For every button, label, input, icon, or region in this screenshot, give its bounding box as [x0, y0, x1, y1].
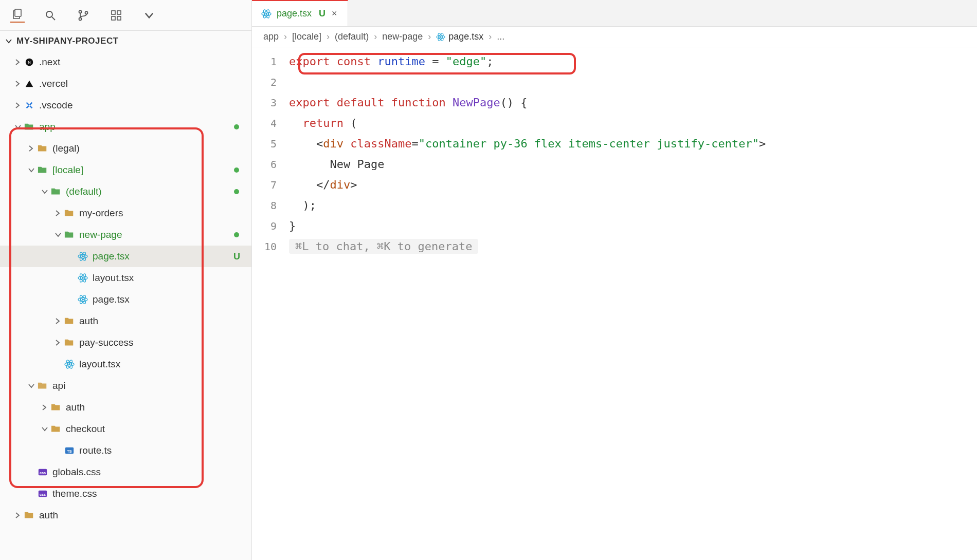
tree-item-my-orders[interactable]: my-orders [0, 202, 251, 224]
breadcrumb-item[interactable]: app [263, 31, 279, 42]
tree-item-label: route.ts [79, 445, 251, 456]
tree-item-label: [locale] [52, 164, 251, 176]
tree-item-page-tsx[interactable]: page.tsxU [0, 246, 251, 267]
code-line[interactable]: 8 ); [252, 195, 977, 216]
code-line[interactable]: 9} [252, 216, 977, 236]
code-line[interactable]: 10⌘L to chat, ⌘K to generate [252, 236, 977, 257]
chevron-right-icon [55, 318, 64, 325]
tree-item-label: (default) [66, 186, 251, 197]
code-content[interactable]: New Page [289, 154, 977, 175]
editor-tab-page-tsx[interactable]: page.tsx U × [252, 0, 348, 26]
breadcrumb-sep: › [488, 31, 492, 42]
chevron-right-icon [14, 102, 24, 109]
tree-item-label: page.tsx [93, 251, 251, 262]
tree-item-theme-css[interactable]: csstheme.css [0, 483, 251, 505]
svg-text:N: N [28, 60, 30, 65]
tree-item--default-[interactable]: (default) [0, 181, 251, 202]
vercel-icon [24, 78, 35, 89]
tree-item-layout-tsx[interactable]: layout.tsx [0, 353, 251, 375]
tree-item-new-page[interactable]: new-page [0, 224, 251, 246]
react-icon [64, 359, 75, 370]
tree-item-label: .vercel [39, 78, 251, 89]
tree-item-layout-tsx[interactable]: layout.tsx [0, 267, 251, 289]
search-icon[interactable] [43, 8, 58, 23]
svg-point-6 [79, 10, 82, 13]
git-branch-icon[interactable] [76, 8, 91, 23]
breadcrumbs[interactable]: app›[locale]›(default)›new-page› page.ts… [252, 27, 977, 47]
code-content[interactable]: ⌘L to chat, ⌘K to generate [289, 236, 977, 257]
tree-item-auth[interactable]: auth [0, 397, 251, 418]
untracked-badge: U [233, 251, 240, 262]
tree-item--vercel[interactable]: .vercel [0, 73, 251, 95]
tree-item--locale-[interactable]: [locale] [0, 159, 251, 181]
breadcrumb-item[interactable]: ... [497, 31, 504, 42]
code-content[interactable]: } [289, 216, 977, 236]
tree-item--legal-[interactable]: (legal) [0, 138, 251, 159]
editor-pane: page.tsx U × app›[locale]›(default)›new-… [252, 0, 977, 560]
chevron-right-icon [14, 59, 24, 66]
code-line[interactable]: 7 </div> [252, 175, 977, 195]
tree-item-label: my-orders [79, 208, 251, 219]
line-number: 5 [252, 134, 289, 154]
chevron-right-icon [14, 512, 24, 519]
folder-icon [37, 143, 48, 154]
svg-rect-4 [15, 9, 21, 16]
tree-item-app[interactable]: app [0, 116, 251, 138]
close-icon[interactable]: × [331, 8, 338, 19]
project-header[interactable]: MY-SHIPANY-PROJECT [0, 31, 251, 51]
files-icon[interactable] [10, 8, 25, 23]
tree-item-page-tsx[interactable]: page.tsx [0, 289, 251, 310]
inline-hint: ⌘L to chat, ⌘K to generate [289, 239, 478, 254]
code-line[interactable]: 3export default function NewPage() { [252, 92, 977, 113]
ts-icon: TS [64, 445, 75, 456]
code-content[interactable]: export const runtime = "edge"; [289, 51, 977, 72]
css-icon: css [37, 488, 48, 499]
tree-item-auth[interactable]: auth [0, 310, 251, 332]
chevron-down-icon [55, 231, 64, 238]
line-number: 6 [252, 154, 289, 175]
tree-item-label: .vscode [39, 100, 251, 111]
tree-item-auth[interactable]: auth [0, 505, 251, 526]
breadcrumb-item[interactable]: (default) [335, 31, 369, 42]
line-number: 3 [252, 92, 289, 113]
code-line[interactable]: 6 New Page [252, 154, 977, 175]
tree-item-label: (legal) [52, 143, 251, 154]
react-icon [436, 32, 445, 42]
chevron-down-icon[interactable] [142, 8, 156, 23]
code-line[interactable]: 4 return ( [252, 113, 977, 134]
code-content[interactable]: ); [289, 195, 977, 216]
breadcrumb-item[interactable]: [locale] [292, 31, 321, 42]
code-content[interactable]: return ( [289, 113, 977, 134]
code-line[interactable]: 5 <div className="container py-36 flex i… [252, 134, 977, 154]
react-icon [261, 9, 272, 19]
code-editor[interactable]: 1export const runtime = "edge";23export … [252, 47, 977, 560]
code-line[interactable]: 1export const runtime = "edge"; [252, 51, 977, 72]
tree-item--vscode[interactable]: .vscode [0, 95, 251, 116]
breadcrumb-item[interactable]: new-page [382, 31, 423, 42]
breadcrumb-sep: › [374, 31, 377, 42]
svg-text:TS: TS [67, 449, 71, 454]
chevron-down-icon [41, 425, 50, 433]
code-content[interactable]: </div> [289, 175, 977, 195]
tree-item--next[interactable]: N.next [0, 51, 251, 73]
tree-item-api[interactable]: api [0, 375, 251, 397]
code-content[interactable]: export default function NewPage() { [289, 92, 977, 113]
tree-item-label: pay-success [79, 337, 251, 348]
tree-item-label: layout.tsx [93, 272, 251, 284]
extensions-icon[interactable] [109, 8, 123, 23]
tree-item-pay-success[interactable]: pay-success [0, 332, 251, 353]
breadcrumb-item[interactable]: page.tsx [436, 31, 483, 42]
tree-item-checkout[interactable]: checkout [0, 418, 251, 440]
code-line[interactable]: 2 [252, 72, 977, 92]
react-icon [77, 294, 88, 305]
tree-item-label: new-page [79, 229, 251, 240]
svg-point-7 [79, 17, 82, 20]
tree-item-label: globals.css [52, 466, 251, 478]
chevron-down-icon [28, 382, 37, 389]
tree-item-label: checkout [66, 423, 251, 435]
code-content[interactable]: <div className="container py-36 flex ite… [289, 134, 977, 154]
tab-filename: page.tsx [277, 8, 312, 19]
tree-item-globals-css[interactable]: cssglobals.css [0, 461, 251, 483]
tree-item-route-ts[interactable]: TSroute.ts [0, 440, 251, 461]
folder-icon [50, 402, 62, 413]
